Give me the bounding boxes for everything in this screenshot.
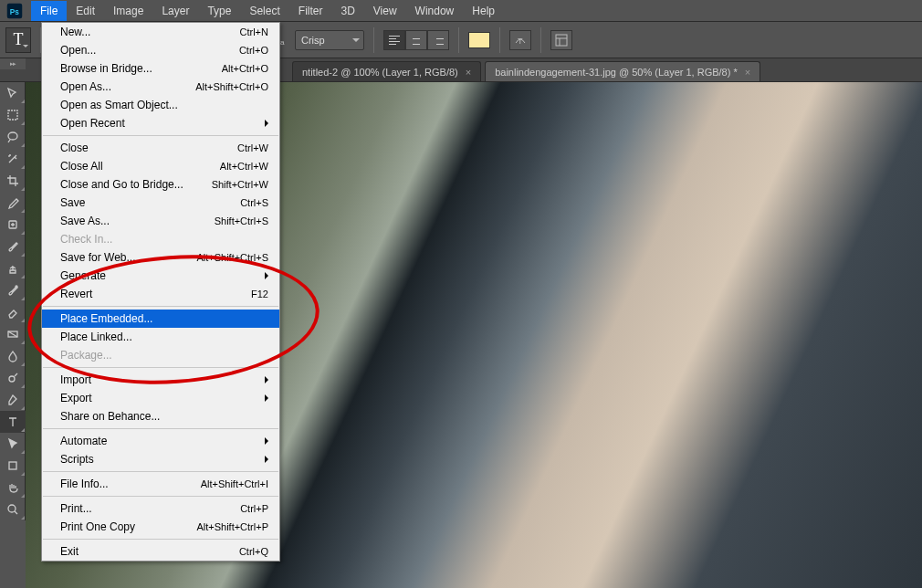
menu-item-shortcut: Shift+Ctrl+S xyxy=(215,215,268,226)
svg-point-8 xyxy=(9,376,15,382)
tool-path-select[interactable] xyxy=(0,433,26,455)
svg-rect-9 xyxy=(9,462,16,469)
menu-item-generate[interactable]: Generate xyxy=(42,267,279,285)
menu-item-close-and-go-to-bridge[interactable]: Close and Go to Bridge...Shift+Ctrl+W xyxy=(42,175,279,194)
menu-select[interactable]: Select xyxy=(240,1,288,21)
menu-filter[interactable]: Filter xyxy=(289,1,332,21)
menu-item-save[interactable]: SaveCtrl+S xyxy=(42,194,279,212)
menu-item-new[interactable]: New...Ctrl+N xyxy=(42,23,279,41)
menu-item-label: Print One Copy xyxy=(60,520,196,533)
file-menu-dropdown: New...Ctrl+NOpen...Ctrl+OBrowse in Bridg… xyxy=(41,22,280,562)
tool-dodge[interactable] xyxy=(0,367,26,389)
menu-item-shortcut: Alt+Shift+Ctrl+O xyxy=(195,81,268,92)
tool-gradient[interactable] xyxy=(0,323,26,345)
menu-item-open-as-smart-object[interactable]: Open as Smart Object... xyxy=(42,96,279,114)
align-center-button[interactable] xyxy=(405,30,427,50)
toolbox xyxy=(0,82,26,520)
close-tab-icon[interactable]: × xyxy=(466,67,471,78)
menu-separator xyxy=(43,428,278,429)
tool-history-brush[interactable] xyxy=(0,279,26,301)
menu-item-open-as[interactable]: Open As...Alt+Shift+Ctrl+O xyxy=(42,78,279,96)
align-left-button[interactable] xyxy=(383,30,405,50)
tool-magic-wand[interactable] xyxy=(0,148,26,170)
menu-separator xyxy=(43,306,278,307)
menu-file[interactable]: File xyxy=(31,1,67,21)
menu-window[interactable]: Window xyxy=(406,1,464,21)
menu-item-share-on-behance[interactable]: Share on Behance... xyxy=(42,407,279,425)
menu-item-scripts[interactable]: Scripts xyxy=(42,450,279,468)
character-panel-button[interactable] xyxy=(550,30,572,50)
menu-item-export[interactable]: Export xyxy=(42,389,279,407)
menu-item-print-one-copy[interactable]: Print One CopyAlt+Shift+Ctrl+P xyxy=(42,518,279,536)
svg-text:Ps: Ps xyxy=(10,7,20,16)
photoshop-logo-icon: Ps xyxy=(4,0,26,22)
menu-item-package: Package... xyxy=(42,346,279,364)
tool-healing-brush[interactable] xyxy=(0,214,26,236)
menu-item-import[interactable]: Import xyxy=(42,371,279,389)
menu-item-file-info[interactable]: File Info...Alt+Shift+Ctrl+I xyxy=(42,475,279,493)
toolbox-expand-icon[interactable] xyxy=(0,58,26,69)
text-align-group xyxy=(383,30,449,50)
tool-eraser[interactable] xyxy=(0,301,26,323)
menu-3d[interactable]: 3D xyxy=(331,1,363,21)
menu-item-label: Check In... xyxy=(60,233,268,246)
tool-rectangle[interactable] xyxy=(0,455,26,477)
menu-item-open-recent[interactable]: Open Recent xyxy=(42,114,279,132)
menu-item-place-embedded[interactable]: Place Embedded... xyxy=(42,310,279,328)
separator xyxy=(540,27,541,53)
menu-item-shortcut: Alt+Ctrl+W xyxy=(220,161,268,172)
menu-view[interactable]: View xyxy=(364,1,406,21)
tool-move[interactable] xyxy=(0,82,26,104)
menu-item-label: Share on Behance... xyxy=(60,410,268,423)
align-right-button[interactable] xyxy=(427,30,449,50)
menu-item-close-all[interactable]: Close AllAlt+Ctrl+W xyxy=(42,157,279,175)
text-color-swatch[interactable] xyxy=(468,32,490,48)
menu-item-shortcut: Ctrl+W xyxy=(237,142,268,153)
separator xyxy=(499,27,500,53)
menu-item-shortcut: Ctrl+P xyxy=(240,503,268,514)
document-tab-label: ntitled-2 @ 100% (Layer 1, RGB/8) xyxy=(302,67,458,78)
menu-separator xyxy=(43,471,278,472)
menu-item-browse-in-bridge[interactable]: Browse in Bridge...Alt+Ctrl+O xyxy=(42,59,279,78)
tool-brush[interactable] xyxy=(0,236,26,257)
tool-hand[interactable] xyxy=(0,477,26,499)
menu-item-save-for-web[interactable]: Save for Web...Alt+Shift+Ctrl+S xyxy=(42,248,279,267)
tool-clone-stamp[interactable] xyxy=(0,257,26,279)
menu-item-shortcut: Ctrl+O xyxy=(239,45,268,56)
menu-item-label: Open As... xyxy=(60,80,195,93)
tool-preset-picker[interactable]: T xyxy=(5,27,31,53)
menu-item-automate[interactable]: Automate xyxy=(42,432,279,450)
menu-item-label: Place Linked... xyxy=(60,331,268,343)
menu-edit[interactable]: Edit xyxy=(67,1,104,21)
tool-blur[interactable] xyxy=(0,345,26,367)
document-tab[interactable]: bainlindengagement-31.jpg @ 50% (Layer 1… xyxy=(485,61,760,81)
menu-layer[interactable]: Layer xyxy=(152,1,198,21)
antialias-combo[interactable]: Crisp xyxy=(295,30,364,50)
warp-text-button[interactable]: T xyxy=(509,30,531,50)
menu-item-exit[interactable]: ExitCtrl+Q xyxy=(42,542,279,561)
menu-type[interactable]: Type xyxy=(198,1,240,21)
menu-item-label: Exit xyxy=(60,545,239,558)
tool-zoom[interactable] xyxy=(0,499,26,520)
tool-crop[interactable] xyxy=(0,170,26,192)
tool-lasso[interactable] xyxy=(0,126,26,148)
menu-item-label: File Info... xyxy=(60,478,201,490)
menu-item-label: Print... xyxy=(60,502,240,515)
document-tab[interactable]: ntitled-2 @ 100% (Layer 1, RGB/8)× xyxy=(292,61,481,81)
menu-item-print[interactable]: Print...Ctrl+P xyxy=(42,499,279,518)
close-tab-icon[interactable]: × xyxy=(745,67,750,78)
menu-item-shortcut: Shift+Ctrl+W xyxy=(212,179,268,190)
tool-pen[interactable] xyxy=(0,389,26,411)
menu-item-place-linked[interactable]: Place Linked... xyxy=(42,328,279,346)
tool-rect-marquee[interactable] xyxy=(0,104,26,126)
menu-item-close[interactable]: CloseCtrl+W xyxy=(42,139,279,157)
menu-item-revert[interactable]: RevertF12 xyxy=(42,285,279,303)
tool-type[interactable] xyxy=(0,411,26,433)
menu-item-save-as[interactable]: Save As...Shift+Ctrl+S xyxy=(42,212,279,230)
menu-item-open[interactable]: Open...Ctrl+O xyxy=(42,41,279,59)
menu-item-label: Revert xyxy=(60,288,251,300)
menu-item-shortcut: Ctrl+S xyxy=(240,197,268,208)
tool-eyedropper[interactable] xyxy=(0,192,26,214)
menu-image[interactable]: Image xyxy=(104,1,152,21)
menu-help[interactable]: Help xyxy=(463,1,504,21)
